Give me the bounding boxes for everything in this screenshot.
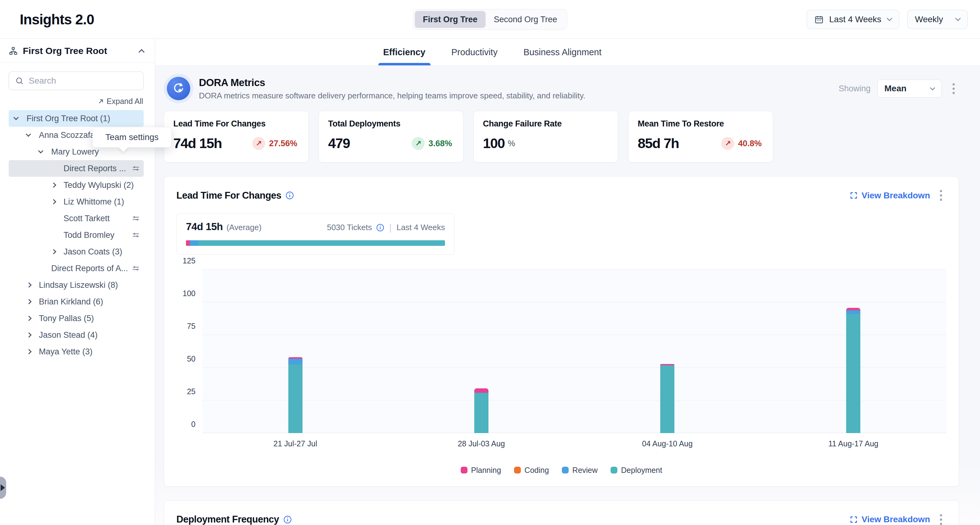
tab-business-alignment[interactable]: Business Alignment	[520, 39, 605, 65]
top-bar: Insights 2.0 First Org Tree Second Org T…	[0, 0, 980, 39]
dora-subtitle: DORA metrics measure software delivery p…	[199, 91, 585, 100]
x-tick-label: 28 Jul-03 Aug	[458, 439, 505, 448]
tree-item[interactable]: Jason Coats (3)	[9, 243, 144, 260]
sidebar-collapse-handle[interactable]	[0, 477, 6, 499]
tree-item[interactable]: Brian Kirkland (6)	[9, 293, 144, 310]
info-icon[interactable]	[286, 191, 294, 200]
tree-item[interactable]: Liz Whittome (1)	[9, 193, 144, 210]
lead-time-kebab-menu[interactable]	[935, 187, 947, 204]
tab-productivity[interactable]: Productivity	[448, 39, 501, 65]
chevron-right-icon[interactable]	[27, 333, 39, 337]
granularity-value: Weekly	[915, 14, 943, 24]
sidebar-collapse-chevron[interactable]	[138, 49, 145, 55]
chevron-right-icon[interactable]	[51, 250, 64, 253]
chevron-down-icon[interactable]	[14, 118, 27, 119]
collapse-arrow-icon	[1, 484, 5, 491]
trend-delta: 40.8%	[738, 139, 762, 148]
view-breakdown-button[interactable]: View Breakdown	[850, 191, 930, 200]
toggle-second-org-tree[interactable]: Second Org Tree	[486, 11, 565, 28]
metric-card-value: 85d 7h	[638, 135, 679, 151]
legend-label: Coding	[525, 466, 549, 475]
metric-card: Change Failure Rate100%	[473, 111, 618, 162]
metric-card-unit: %	[508, 139, 515, 148]
bar-segment-deployment	[288, 364, 302, 433]
tree-item[interactable]: Todd Bromley	[9, 227, 144, 243]
main-tabs: Efficiency Productivity Business Alignme…	[155, 39, 980, 65]
phase-segment-deployment	[199, 240, 445, 246]
tree-item[interactable]: Direct Reports ...	[9, 160, 144, 177]
tickets-count: 5030 Tickets	[327, 223, 372, 232]
average-value: 74d 15h	[186, 221, 223, 232]
chevron-right-icon[interactable]	[27, 350, 39, 353]
granularity-select[interactable]: Weekly	[907, 10, 968, 29]
toggle-first-org-tree[interactable]: First Org Tree	[415, 11, 485, 28]
trend-delta: 3.68%	[428, 139, 452, 148]
dora-kebab-menu[interactable]	[948, 80, 959, 97]
tree-item[interactable]: First Org Tree Root (1)	[9, 110, 144, 127]
deployment-kebab-menu[interactable]	[935, 511, 947, 525]
metric-card-value: 479	[328, 135, 350, 151]
chevron-down-icon	[930, 85, 935, 91]
stacked-bar-3	[660, 270, 675, 433]
dora-metrics-icon	[167, 77, 190, 100]
org-tree-sidebar: First Org Tree Root	[0, 39, 155, 525]
tab-efficiency[interactable]: Efficiency	[380, 39, 429, 65]
lead-time-section-title: Lead Time For Changes	[177, 190, 281, 201]
gridline-125	[202, 269, 947, 270]
metric-card-title: Total Deployments	[328, 119, 454, 129]
chevron-right-icon[interactable]	[27, 317, 39, 320]
team-settings-icon[interactable]	[132, 164, 140, 173]
tree-item[interactable]: Jason Stead (4)	[9, 327, 144, 343]
chevron-right-icon[interactable]	[27, 300, 39, 304]
metric-card-value: 100	[483, 135, 505, 151]
tree-item-label: Jason Stead (4)	[39, 330, 98, 340]
tree-item[interactable]: Direct Reports of A...	[9, 260, 144, 277]
legend-item-deployment: Deployment	[611, 466, 662, 475]
metric-card-value: 74d 15h	[173, 135, 222, 151]
legend-item-review: Review	[562, 466, 598, 475]
tree-item[interactable]: Tony Pallas (5)	[9, 310, 144, 327]
metric-cards-row: Lead Time For Changes74d 15h↗27.56%Total…	[164, 111, 959, 162]
bar-segment-review	[846, 310, 860, 314]
period-value: Last 4 Weeks	[829, 14, 881, 24]
legend-label: Review	[572, 466, 598, 475]
x-axis-labels: 21 Jul-27 Jul28 Jul-03 Aug04 Aug-10 Aug1…	[202, 439, 947, 452]
phase-segment-review	[190, 240, 199, 246]
team-settings-icon[interactable]	[132, 231, 140, 239]
stacked-bar-2	[474, 270, 488, 433]
expand-all-link[interactable]: Expand All	[97, 97, 143, 106]
calendar-icon	[815, 15, 824, 24]
x-tick-label: 21 Jul-27 Jul	[274, 439, 317, 448]
x-tick-label: 11 Aug-17 Aug	[828, 439, 878, 448]
tree-item[interactable]: Teddy Wylupski (2)	[9, 177, 144, 193]
expand-icon	[850, 515, 858, 524]
chevron-right-icon[interactable]	[51, 200, 64, 204]
info-icon[interactable]	[283, 515, 292, 524]
team-settings-icon[interactable]	[132, 264, 140, 273]
legend-swatch	[461, 467, 468, 474]
sidebar-title: First Org Tree Root	[23, 46, 107, 56]
search-input[interactable]	[29, 76, 137, 86]
bar-segment-planning	[474, 388, 488, 392]
tree-item[interactable]: Scott Tarkett	[9, 210, 144, 227]
team-settings-icon[interactable]	[132, 215, 140, 223]
aggregation-select[interactable]: Mean	[877, 80, 942, 97]
trend-arrow-icon: ↗	[412, 137, 425, 150]
page-title: Insights 2.0	[20, 11, 94, 28]
period-select[interactable]: Last 4 Weeks	[807, 10, 899, 29]
chevron-right-icon[interactable]	[51, 183, 64, 187]
tree-item-label: Liz Whittome (1)	[64, 197, 124, 207]
y-tick-label: 75	[187, 321, 196, 330]
tree-item[interactable]: Maya Yette (3)	[9, 343, 144, 360]
bar-segment-deployment	[660, 365, 675, 433]
x-tick-label: 04 Aug-10 Aug	[642, 439, 693, 448]
search-box[interactable]	[9, 72, 144, 90]
chevron-down-icon[interactable]	[27, 134, 39, 136]
chevron-right-icon[interactable]	[27, 283, 39, 287]
view-breakdown-button[interactable]: View Breakdown	[850, 514, 930, 524]
info-icon[interactable]	[376, 224, 384, 232]
tree-item-label: Jason Coats (3)	[64, 247, 123, 257]
chevron-down-icon[interactable]	[39, 151, 51, 153]
tree-item[interactable]: Lindsay Liszewski (8)	[9, 277, 144, 293]
aggregation-value: Mean	[885, 84, 907, 94]
